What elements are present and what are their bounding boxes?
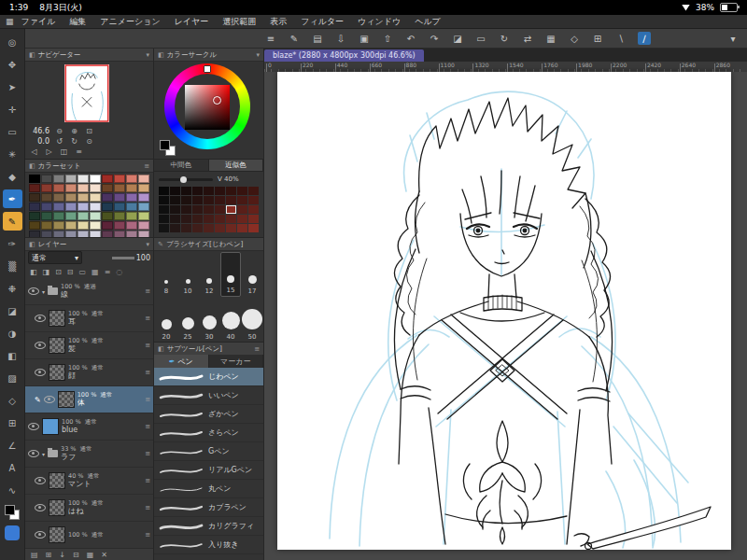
layer-row-menu-icon[interactable]: ≡ — [145, 287, 150, 295]
near-color-cell[interactable] — [204, 205, 214, 214]
near-color-cell[interactable] — [159, 205, 169, 214]
color-swatch[interactable] — [138, 175, 149, 183]
color-swatch[interactable] — [102, 203, 113, 211]
airbrush-tool[interactable]: ▒ — [3, 257, 22, 275]
layer-bottom-icon-0[interactable]: ▤ — [31, 551, 38, 559]
pen-touch-toggle-icon[interactable]: ✎ — [288, 32, 301, 45]
near-color-cell[interactable] — [248, 205, 259, 214]
layer-thumbnail[interactable] — [58, 391, 75, 408]
near-color-cell[interactable] — [248, 196, 259, 204]
color-swatch[interactable] — [90, 221, 101, 230]
color-swatch[interactable] — [114, 193, 125, 202]
layer-row-menu-icon[interactable]: ≡ — [145, 450, 150, 457]
gradient-tool[interactable]: ▨ — [3, 369, 22, 387]
color-swatch[interactable] — [138, 184, 149, 192]
near-color-cell[interactable] — [170, 196, 180, 204]
color-swatch[interactable] — [78, 212, 89, 220]
subtool-item-Gペン[interactable]: Gペン — [154, 442, 263, 461]
color-swatch[interactable] — [114, 175, 125, 183]
main-menu-icon[interactable]: ≡ — [264, 32, 277, 45]
layer-visibility-icon[interactable] — [44, 396, 55, 403]
menu-item-編集[interactable]: 編集 — [69, 16, 86, 28]
color-swatch[interactable] — [29, 175, 40, 183]
folder-expand-icon[interactable]: ▾ — [42, 451, 45, 457]
wheel-color-chips[interactable] — [159, 140, 181, 155]
color-swatch[interactable] — [29, 203, 40, 211]
color-swatch[interactable] — [126, 212, 137, 220]
color-swatch[interactable] — [114, 212, 125, 220]
color-swatch[interactable] — [138, 193, 149, 202]
fit-screen-icon[interactable]: ⊡ — [84, 127, 94, 135]
subtool-item-じわペン[interactable]: じわペン — [154, 368, 263, 386]
snap-icon[interactable]: ◇ — [568, 32, 581, 45]
eyedropper-tool[interactable]: ◆ — [3, 167, 22, 186]
deselect-icon[interactable]: ▭ — [474, 32, 487, 45]
color-swatch[interactable] — [29, 221, 40, 230]
subtool-item-カブラペン[interactable]: カブラペン — [154, 498, 263, 517]
near-color-cell[interactable] — [237, 205, 247, 214]
subtool-group-ペン[interactable]: ✒ペン — [154, 355, 209, 368]
zoom-tool[interactable]: ◎ — [3, 33, 22, 51]
layer-visibility-icon[interactable] — [28, 287, 39, 295]
canvas-artwork[interactable] — [277, 72, 731, 550]
layer-opacity-control[interactable]: 100 — [112, 254, 150, 262]
layer-thumbnail[interactable] — [49, 472, 65, 489]
clear-icon[interactable]: ◪ — [451, 32, 464, 45]
color-swatch[interactable] — [41, 221, 52, 230]
menu-item-ウィンドウ[interactable]: ウィンドウ — [358, 16, 401, 28]
near-color-cell[interactable] — [159, 196, 169, 204]
near-color-cell[interactable] — [159, 187, 169, 195]
color-swatch[interactable] — [138, 212, 149, 220]
color-swatch[interactable] — [138, 203, 149, 211]
layer-row-はね[interactable]: 100 %通常はね≡ — [25, 495, 153, 522]
mirror-icon[interactable]: ◫ — [59, 147, 69, 156]
wheel-main-color-chip[interactable] — [160, 140, 170, 150]
near-color-cell[interactable] — [226, 215, 236, 223]
layer-row-menu-icon[interactable]: ≡ — [145, 504, 150, 511]
color-swatch[interactable] — [78, 221, 89, 230]
clip-studio-companion-button[interactable] — [5, 525, 20, 540]
color-swatch[interactable] — [65, 193, 77, 202]
pencil-tool[interactable]: ✎ — [3, 212, 22, 231]
sv-marker[interactable] — [213, 96, 221, 105]
layer-thumbnail[interactable] — [49, 337, 65, 354]
layer-command-icon-5[interactable]: ▦ — [92, 268, 99, 276]
rotate-left-icon[interactable]: ↺ — [54, 137, 64, 146]
color-swatch[interactable] — [53, 221, 64, 230]
near-color-cell[interactable] — [192, 187, 203, 195]
layer-row-menu-icon[interactable]: ≡ — [145, 531, 150, 539]
layer-row-menu-icon[interactable]: ≡ — [145, 477, 150, 484]
layer-bottom-icon-1[interactable]: ⊞ — [46, 551, 52, 559]
near-color-cell[interactable] — [248, 187, 259, 195]
color-swatch[interactable] — [53, 203, 64, 211]
layer-row-顔[interactable]: 100 %通常顔≡ — [25, 359, 153, 386]
folder-expand-icon[interactable]: ▾ — [42, 288, 45, 295]
near-color-cell[interactable] — [248, 215, 259, 223]
layer-command-icon-3[interactable]: ⊟ — [67, 268, 74, 276]
menu-item-選択範囲[interactable]: 選択範囲 — [222, 16, 256, 28]
navigator-thumbnail[interactable] — [64, 64, 109, 122]
subtool-item-リアルGペン[interactable]: リアルGペン — [154, 461, 263, 480]
color-swatch[interactable] — [138, 221, 149, 230]
subtool-group-マーカー[interactable]: マーカー — [209, 355, 264, 368]
near-color-cell[interactable] — [181, 224, 191, 232]
mixer-tab-近似色[interactable]: 近似色 — [209, 160, 264, 172]
layer-bottom-icon-5[interactable]: ✕ — [101, 551, 107, 559]
near-color-cell[interactable] — [204, 187, 214, 195]
subtool-item-いいペン[interactable]: いいペン — [154, 386, 263, 405]
color-swatch[interactable] — [78, 184, 89, 192]
near-color-cell[interactable] — [226, 187, 236, 195]
color-swatch[interactable] — [102, 184, 113, 192]
line-tool-b-icon[interactable]: ∕ — [638, 32, 651, 45]
rotate-right-icon[interactable]: ↻ — [69, 137, 79, 146]
color-swatch[interactable] — [41, 203, 52, 211]
near-color-cell[interactable] — [226, 205, 236, 214]
document-tab[interactable]: blaze* (2880 x 4800px 300dpi 46.6%) — [264, 49, 424, 62]
layer-row-耳[interactable]: 100 %通常耳≡ — [25, 305, 153, 332]
near-color-cell[interactable] — [170, 224, 180, 232]
near-color-cell[interactable] — [215, 205, 225, 214]
flip-canvas-icon[interactable]: ⇄ — [521, 32, 534, 45]
subtool-item-入り抜き[interactable]: 入り抜き — [154, 536, 263, 554]
menu-item-フィルター[interactable]: フィルター — [301, 16, 344, 28]
near-color-cell[interactable] — [170, 215, 180, 223]
